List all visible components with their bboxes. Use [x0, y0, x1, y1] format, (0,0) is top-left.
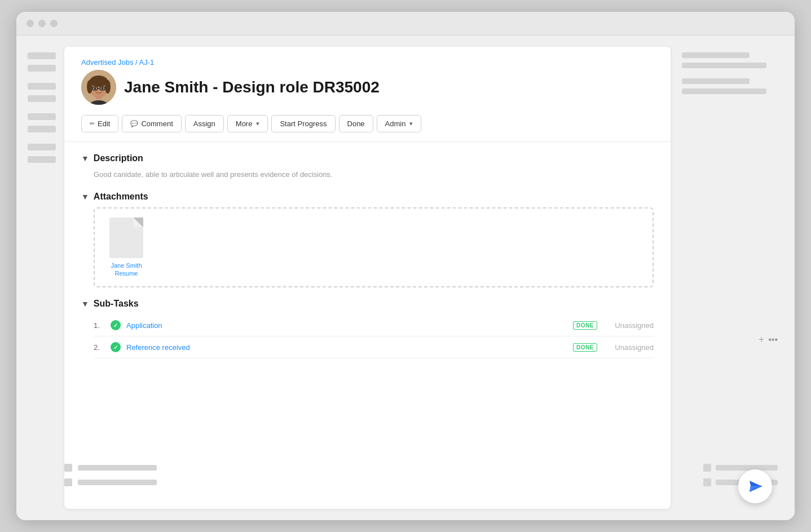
admin-button[interactable]: Admin	[377, 115, 422, 132]
avatar-image	[81, 70, 116, 105]
subtask-number-1: 1.	[94, 321, 105, 330]
done-label: Done	[347, 119, 365, 128]
start-progress-label: Start Progress	[280, 119, 327, 128]
page-title: Jane Smith - Design role DR35002	[124, 78, 380, 96]
breadcrumb[interactable]: Advertised Jobs / AJ-1	[81, 58, 654, 66]
file-icon-0	[109, 218, 143, 258]
attachments-chevron[interactable]: ▼	[81, 192, 89, 201]
subtask-badge-1: DONE	[573, 321, 597, 330]
subtask-assignee-2: Unassigned	[603, 343, 654, 352]
comment-button[interactable]: 💬 Comment	[122, 115, 181, 132]
bottom-bar-2	[78, 480, 157, 485]
traffic-light-close	[27, 20, 34, 27]
subtasks-section: ▼ Sub-Tasks 1. Application DONE Unassign…	[81, 299, 654, 358]
sidebar-block-1	[28, 52, 56, 59]
subtasks-chevron[interactable]: ▼	[81, 299, 89, 308]
description-title: Description	[94, 153, 143, 163]
fab-button[interactable]	[738, 469, 772, 503]
bottom-right-row-1	[703, 464, 778, 472]
bottom-checkbox-1	[64, 464, 72, 472]
subtask-number-2: 2.	[94, 343, 105, 352]
table-row: 1. Application DONE Unassigned	[94, 314, 654, 336]
admin-label: Admin	[385, 119, 406, 128]
right-sidebar-block-3	[682, 78, 750, 84]
bottom-right-checkbox-2	[703, 478, 711, 486]
right-sidebar: ＋ •••	[682, 47, 783, 509]
svg-point-6	[105, 80, 111, 94]
attachments-title: Attachments	[94, 192, 148, 202]
subtasks-list: 1. Application DONE Unassigned 2. Refere…	[81, 314, 654, 358]
edit-label: Edit	[98, 119, 110, 128]
description-chevron[interactable]: ▼	[81, 154, 89, 163]
attachments-dropzone[interactable]: Jane Smith Resume	[94, 207, 654, 288]
content-area: ▼ Description Good canidate, able to art…	[64, 142, 671, 381]
svg-point-5	[87, 80, 92, 94]
sidebar-block-6	[28, 126, 56, 132]
subtasks-title: Sub-Tasks	[94, 299, 139, 309]
traffic-light-maximize	[50, 20, 58, 27]
start-progress-button[interactable]: Start Progress	[271, 115, 335, 132]
page-title-row: Jane Smith - Design role DR35002	[81, 70, 654, 105]
browser-titlebar	[16, 12, 795, 36]
right-sidebar-block-1	[682, 52, 750, 58]
description-header: ▼ Description	[81, 153, 654, 163]
main-content: Advertised Jobs / AJ-1	[64, 47, 671, 509]
svg-point-11	[102, 87, 104, 90]
dots-icon: •••	[768, 335, 778, 345]
attachments-header: ▼ Attachments	[81, 192, 654, 202]
sidebar-block-4	[28, 95, 56, 102]
sidebar-block-2	[28, 65, 56, 72]
subtask-status-icon-1	[111, 320, 121, 330]
assign-label: Assign	[193, 119, 215, 128]
add-icon-btn[interactable]: ＋ •••	[757, 334, 778, 345]
pencil-icon: ✏	[90, 120, 95, 127]
sidebar-block-7	[28, 144, 56, 150]
more-label: More	[236, 119, 253, 128]
send-icon	[746, 477, 764, 495]
sidebar-block-5	[28, 113, 56, 120]
right-sidebar-block-2	[682, 63, 766, 68]
file-name-0: Jane Smith Resume	[104, 261, 149, 278]
bottom-checkbox-2	[64, 478, 72, 486]
page-header: Advertised Jobs / AJ-1	[64, 47, 671, 105]
subtask-assignee-1: Unassigned	[603, 321, 654, 330]
table-row: 2. Reference received DONE Unassigned	[94, 336, 654, 358]
sidebar-block-3	[28, 83, 56, 90]
toolbar: ✏ Edit 💬 Comment Assign More Start Progr…	[64, 115, 671, 142]
subtask-name-2[interactable]: Reference received	[126, 343, 567, 352]
browser-content: Advertised Jobs / AJ-1	[16, 36, 795, 520]
bottom-bar-1	[78, 465, 157, 471]
bottom-row-2	[64, 478, 671, 486]
browser-window: Advertised Jobs / AJ-1	[16, 12, 795, 520]
bottom-right-bar-1	[716, 465, 778, 471]
description-text: Good canidate, able to articulate well a…	[81, 169, 654, 180]
chat-icon: 💬	[130, 120, 138, 127]
description-section: ▼ Description Good canidate, able to art…	[81, 153, 654, 180]
svg-point-10	[94, 87, 96, 90]
avatar	[81, 70, 116, 105]
subtask-status-icon-2	[111, 342, 121, 352]
attachments-section: ▼ Attachments Jane Smith Resume	[81, 192, 654, 288]
traffic-light-minimize	[38, 20, 46, 27]
bottom-right-checkbox-1	[703, 464, 711, 472]
bottom-row-1	[64, 464, 671, 472]
right-sidebar-block-4	[682, 88, 766, 94]
subtask-name-1[interactable]: Application	[126, 321, 567, 330]
done-button[interactable]: Done	[339, 115, 373, 132]
subtasks-header: ▼ Sub-Tasks	[81, 299, 654, 309]
edit-button[interactable]: ✏ Edit	[81, 115, 118, 132]
bottom-rows	[64, 464, 671, 486]
sidebar-block-8	[28, 156, 56, 163]
more-button[interactable]: More	[227, 115, 268, 132]
plus-icon: ＋	[757, 334, 766, 345]
assign-button[interactable]: Assign	[185, 115, 224, 132]
subtask-badge-2: DONE	[573, 343, 597, 352]
file-thumb-0[interactable]: Jane Smith Resume	[104, 218, 149, 278]
comment-label: Comment	[141, 119, 173, 128]
left-sidebar	[28, 47, 64, 509]
